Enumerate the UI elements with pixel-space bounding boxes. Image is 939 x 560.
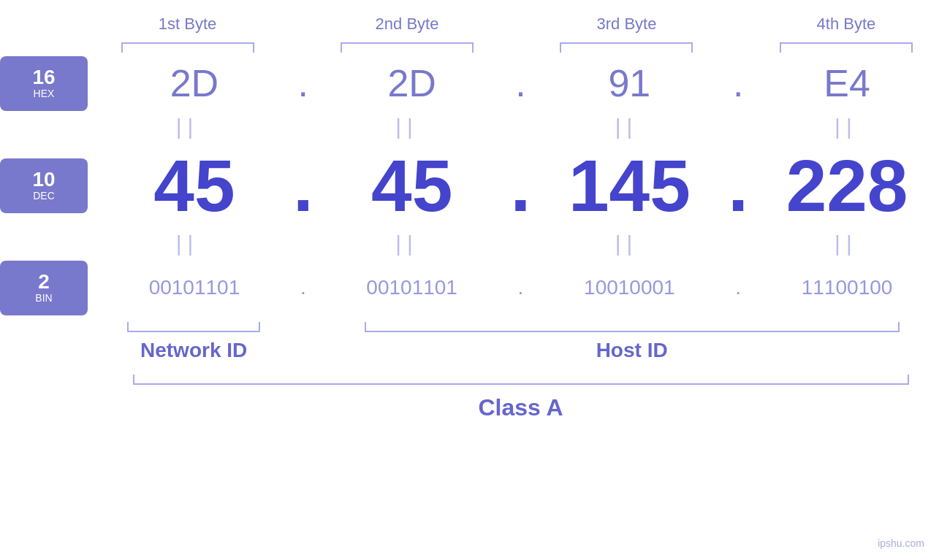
bin-value-1: 00101101 (102, 276, 286, 299)
dec-base-number: 10 (32, 169, 55, 190)
dec-value-1: 45 (102, 144, 286, 228)
hex-base-number: 16 (32, 67, 55, 88)
bin-label-box: 2 BIN (0, 261, 88, 315)
watermark: ipshu.com (878, 537, 924, 549)
class-a-bracket (126, 373, 916, 391)
class-label-row: Class A (0, 394, 939, 421)
bin-row: 2 BIN 00101101 . 00101101 . 10010001 . 1… (0, 258, 939, 317)
byte2-header: 2nd Byte (314, 15, 500, 34)
eq2-1: || (94, 231, 280, 256)
class-a-label: Class A (126, 394, 916, 421)
dec-dot-2: . (504, 144, 538, 228)
dec-base-name: DEC (33, 190, 55, 202)
host-id-bracket (324, 321, 939, 335)
id-labels-row: Network ID Host ID (0, 339, 939, 362)
hex-value-3: 91 (537, 61, 721, 105)
byte3-header: 3rd Byte (533, 15, 719, 34)
bracket-byte3 (533, 39, 719, 54)
hex-row: 16 HEX 2D . 2D . 91 . E4 (0, 54, 939, 112)
host-id-label: Host ID (324, 339, 939, 362)
eq1-2: || (314, 115, 500, 139)
eq1-3: || (533, 115, 719, 139)
bin-value-4: 11100100 (755, 276, 939, 299)
byte4-header: 4th Byte (753, 15, 939, 34)
hex-value-2: 2D (320, 61, 504, 105)
hex-dot-1: . (286, 61, 320, 105)
top-brackets-row (0, 39, 939, 54)
network-id-label: Network ID (98, 339, 290, 362)
network-id-bracket (98, 321, 290, 335)
dec-dot-3: . (721, 144, 755, 228)
bin-base-number: 2 (38, 272, 50, 292)
hex-base-name: HEX (34, 88, 55, 99)
bottom-brackets-row (0, 321, 939, 335)
equals-row-1: || || || || (0, 112, 939, 142)
bin-dot-2: . (504, 276, 538, 299)
bin-dot-1: . (286, 276, 320, 299)
bracket-byte2 (314, 39, 500, 54)
eq2-3: || (533, 231, 719, 256)
class-bracket-row (0, 373, 939, 391)
eq2-2: || (314, 231, 500, 256)
hex-dot-3: . (721, 61, 755, 105)
hex-dot-2: . (504, 61, 538, 105)
eq1-4: || (753, 115, 939, 139)
bin-value-2: 00101101 (320, 276, 504, 299)
dec-row: 10 DEC 45 . 45 . 145 . 228 (0, 142, 939, 229)
eq2-4: || (753, 231, 939, 256)
bracket-byte4 (753, 39, 939, 54)
dec-value-3: 145 (537, 144, 721, 228)
hex-value-4: E4 (755, 61, 939, 105)
hex-label-box: 16 HEX (0, 56, 88, 111)
hex-value-1: 2D (102, 61, 286, 105)
bin-base-name: BIN (35, 292, 52, 304)
byte-headers-row: 1st Byte 2nd Byte 3rd Byte 4th Byte (0, 0, 939, 34)
bracket-byte1 (94, 39, 280, 54)
byte1-header: 1st Byte (94, 15, 280, 34)
dec-label-box: 10 DEC (0, 158, 88, 213)
dec-value-2: 45 (320, 144, 504, 228)
main-container: 1st Byte 2nd Byte 3rd Byte 4th Byte (0, 0, 939, 560)
bin-dot-3: . (721, 276, 755, 299)
equals-row-2: || || || || (0, 229, 939, 258)
dec-dot-1: . (286, 144, 320, 228)
dec-value-4: 228 (755, 144, 939, 228)
bin-value-3: 10010001 (537, 276, 721, 299)
eq1-1: || (94, 115, 280, 139)
